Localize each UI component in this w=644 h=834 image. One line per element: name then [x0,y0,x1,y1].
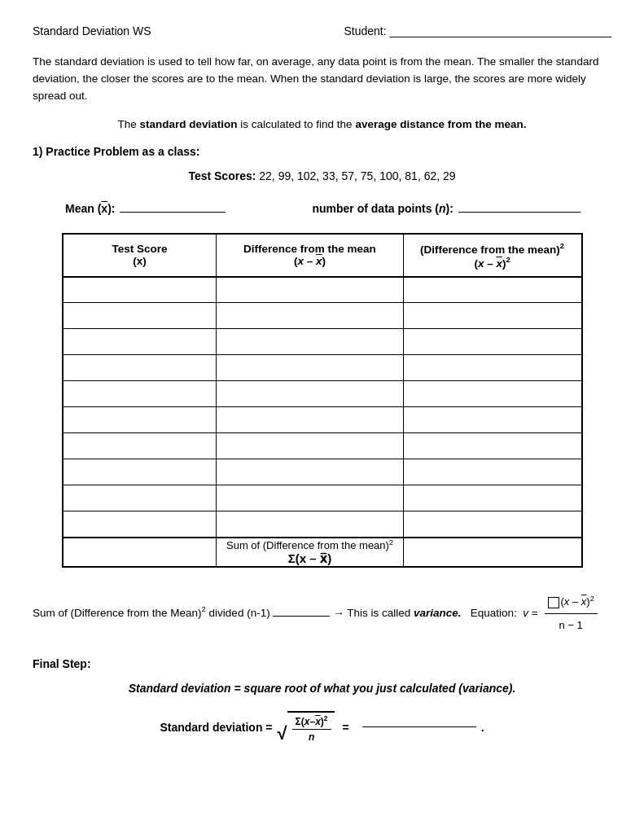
sd-formula-row: Standard deviation = √ Σ(x–x)2 n = . [33,711,611,743]
diff-cell [217,511,403,538]
score-cell [63,459,217,485]
diff-cell [217,381,403,407]
diff-sq-cell [403,381,581,407]
diff-cell [217,459,403,485]
score-cell [63,329,217,355]
diff-cell [217,355,403,381]
col3-header-line2: (x – x)2 [409,255,576,270]
col1-header-line1: Test Score [68,243,212,255]
bold-term1: standard deviation [140,118,238,130]
frac-numerator: (x – x)2 [545,592,598,614]
diff-sq-cell [403,433,581,459]
final-step-section: Final Step: Standard deviation = square … [33,657,611,743]
diff-cell [217,277,403,303]
n-blank [458,212,580,213]
intro-text: The standard deviation is used to tell h… [33,55,598,102]
sum-empty-col3 [403,538,581,567]
diff-sq-cell [403,407,581,433]
sum-empty-col1 [63,538,217,567]
col1-header-line2: (x) [68,255,212,267]
diff-sq-cell [403,511,581,538]
sum-row: Sum of (Difference from the mean)2 Σ(x –… [63,538,582,567]
test-scores-line: Test Scores: 22, 99, 102, 33, 57, 75, 10… [33,169,611,182]
sd-description: Standard deviation = square root of what… [33,682,611,695]
bold-middle: is calculated to find the [238,118,356,130]
score-cell [63,355,217,381]
scores-values: 22, 99, 102, 33, 57, 75, 100, 81, 62, 29 [259,169,455,182]
score-cell [63,433,217,459]
table-header-row: Test Score (x) Difference from the mean … [63,234,582,277]
bold-term2: average distance from the mean. [355,118,526,130]
table-row [63,433,582,459]
sd-period: . [481,721,484,734]
col2-header-line1: Difference from the mean [221,243,397,255]
table-row [63,485,582,511]
diff-sq-cell [403,303,581,329]
score-cell [63,485,217,511]
col3-header: (Difference from the mean)2 (x – x)2 [403,234,581,277]
diff-cell [217,407,403,433]
col2-header: Difference from the mean (x – x) [217,234,403,277]
col3-header-line1: (Difference from the mean)2 [409,241,576,256]
sum-label-cell: Sum of (Difference from the mean)2 Σ(x –… [217,538,403,567]
sd-formula-prefix: Standard deviation = [160,721,272,734]
table-row [63,355,582,381]
score-cell [63,277,217,303]
table-row [63,407,582,433]
score-cell [63,303,217,329]
student-label: Student: _______________________________… [344,24,611,37]
table-row [63,303,582,329]
sd-fraction: Σ(x–x)2 n [292,714,331,743]
sd-answer-blank [362,726,476,727]
header: Standard Deviation WS Student: _________… [33,24,611,37]
diff-sq-cell [403,329,581,355]
sd-frac-den: n [305,730,318,743]
diff-cell [217,485,403,511]
frac-denominator: n − 1 [555,614,585,634]
sqrt-content: Σ(x–x)2 n [287,711,335,743]
col2-header-line2: (x – x) [221,255,397,267]
table-row [63,381,582,407]
diff-cell [217,329,403,355]
worksheet-title: Standard Deviation WS [33,24,151,37]
n-label-text: number of data points (n): [312,202,453,215]
table-row [63,329,582,355]
table-row [63,459,582,485]
diff-sq-cell [403,459,581,485]
box-icon [548,597,559,608]
data-table: Test Score (x) Difference from the mean … [62,233,583,568]
score-cell [63,407,217,433]
scores-label: Test Scores: [188,169,256,182]
sum-formula: Σ(x – x̅) [217,551,402,566]
diff-sq-cell [403,485,581,511]
score-cell [63,511,217,538]
diff-sq-cell [403,355,581,381]
col1-header: Test Score (x) [63,234,217,277]
bold-prefix: The [118,118,140,130]
score-cell [63,381,217,407]
section1-title: 1) Practice Problem as a class: [33,145,611,158]
bold-statement: The standard deviation is calculated to … [33,118,611,130]
diff-cell [217,303,403,329]
variance-text1: Sum of (Difference from the Mean)2 divid… [33,592,598,634]
sqrt-wrapper: √ Σ(x–x)2 n [278,711,335,743]
table-row [63,277,582,303]
equals-sign: = [343,721,349,734]
mean-blank [120,212,226,213]
variance-fraction: (x – x)2 n − 1 [545,592,598,634]
sqrt-icon: √ [278,725,287,743]
intro-paragraph: The standard deviation is used to tell h… [33,54,611,105]
diff-sq-cell [403,277,581,303]
variance-blank [273,616,330,617]
table-row [63,511,582,538]
mean-n-row: Mean (x): number of data points (n): [33,202,611,215]
mean-xbar: x [101,202,107,215]
final-step-label: Final Step: [33,657,611,670]
sd-frac-num: Σ(x–x)2 [292,714,331,730]
variance-section: Sum of (Difference from the Mean)2 divid… [33,592,611,634]
diff-cell [217,433,403,459]
sum-label-line1: Sum of (Difference from the mean)2 [217,538,402,551]
mean-label-text: Mean (x): [65,202,115,215]
